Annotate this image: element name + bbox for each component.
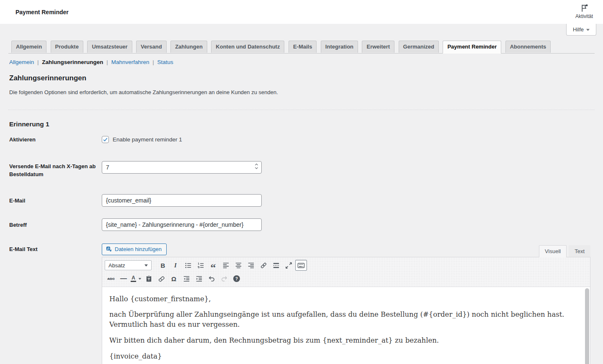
undo-button[interactable] xyxy=(206,273,217,284)
form-row-email: E-Mail {customer_email} xyxy=(8,194,595,207)
indent-button[interactable] xyxy=(193,273,205,284)
blockquote-button[interactable]: “ xyxy=(207,260,219,271)
subnav-allgemein[interactable]: Allgemein xyxy=(9,59,34,65)
tab-umsatzsteuer[interactable]: Umsatzsteuer xyxy=(87,41,132,53)
subnav-separator: | xyxy=(152,59,154,65)
omega-icon: Ω xyxy=(171,275,176,282)
editor-help-button[interactable]: ? xyxy=(231,273,242,284)
add-media-button[interactable]: Dateien hinzufügen xyxy=(102,244,167,255)
bulleted-list-button[interactable] xyxy=(182,260,194,271)
editor-tab-text[interactable]: Text xyxy=(569,245,590,257)
bold-icon: B xyxy=(161,262,165,269)
media-icon xyxy=(106,246,112,252)
read-more-icon xyxy=(272,261,280,269)
enable-reminder-checkbox-label[interactable]: Enable payment reminder 1 xyxy=(113,136,182,143)
align-center-icon xyxy=(234,261,242,269)
help-button-label: Hilfe xyxy=(573,26,584,33)
align-right-icon xyxy=(247,261,255,269)
link-button[interactable] xyxy=(258,260,269,271)
toolbar-toggle-button[interactable] xyxy=(295,260,307,271)
paste-as-text-button[interactable] xyxy=(143,273,155,284)
keyboard-icon xyxy=(297,261,305,269)
horizontal-rule-icon: — xyxy=(120,275,127,282)
subnav-zahlungserinnerungen[interactable]: Zahlungserinnerungen xyxy=(42,59,103,65)
text-color-button[interactable]: A xyxy=(130,273,142,284)
link-icon xyxy=(260,261,268,269)
horizontal-rule-button[interactable]: — xyxy=(118,273,129,284)
activity-label: Aktivität xyxy=(571,13,598,19)
format-select-value: Absatz xyxy=(108,262,125,269)
text-color-icon: A xyxy=(131,275,136,282)
days-label: Versende E-Mail nach X-Tagen ab Bestelld… xyxy=(8,163,102,179)
align-left-button[interactable] xyxy=(220,260,232,271)
numbered-list-icon xyxy=(197,261,205,269)
tab-integration[interactable]: Integration xyxy=(321,41,358,53)
page-description: Die folgenden Optionen sind erforderlich… xyxy=(9,89,595,95)
tab-abonnements[interactable]: Abonnements xyxy=(505,41,551,53)
checkmark-icon xyxy=(103,137,108,142)
tab-germanized[interactable]: Germanized xyxy=(399,41,439,53)
strikethrough-button[interactable]: ABC xyxy=(105,273,117,284)
email-body-paragraph: nach Überprüfung aller Zahlungseingänge … xyxy=(109,310,577,330)
editor-content-area[interactable]: Hallo {customer_firstname}, nach Überprü… xyxy=(102,287,590,364)
email-label: E-Mail xyxy=(8,197,102,205)
sub-navigation: Allgemein | Zahlungserinnerungen | Mahnv… xyxy=(9,59,595,65)
top-header-bar: Payment Reminder Aktivität xyxy=(0,0,603,24)
tab-erweitert[interactable]: Erweitert xyxy=(362,41,394,53)
subnav-separator: | xyxy=(37,59,39,65)
tab-zahlungen[interactable]: Zahlungen xyxy=(170,41,207,53)
numbered-list-button[interactable] xyxy=(195,260,206,271)
subject-input-value: {site_name} - Zahlungserinnerung - #{ord… xyxy=(106,221,243,228)
fullscreen-button[interactable] xyxy=(283,260,294,271)
scrollbar-thumb[interactable] xyxy=(585,288,589,364)
chevron-down-icon xyxy=(144,264,148,267)
email-body-paragraph: Hallo {customer_firstname}, xyxy=(109,294,577,304)
tab-produkte[interactable]: Produkte xyxy=(51,41,83,53)
tab-versand[interactable]: Versand xyxy=(136,41,167,53)
email-input[interactable]: {customer_email} xyxy=(102,194,262,207)
help-icon: ? xyxy=(233,275,240,282)
blockquote-icon: “ xyxy=(211,266,216,270)
email-input-value: {customer_email} xyxy=(106,197,151,204)
form-row-email-body: E-Mail Text Dateien hinzufügen Visuell xyxy=(8,244,595,364)
chevron-down-icon xyxy=(139,278,141,279)
section-title: Erinnerung 1 xyxy=(9,120,595,128)
subject-label: Betreff xyxy=(8,221,102,229)
number-stepper[interactable] xyxy=(255,163,258,169)
tab-payment-reminder[interactable]: Payment Reminder xyxy=(443,41,501,54)
help-button[interactable]: Hilfe xyxy=(566,24,596,36)
email-body-paragraph: {invoice_data} xyxy=(109,351,577,361)
redo-icon xyxy=(220,275,228,283)
clear-formatting-button[interactable] xyxy=(155,273,167,284)
tab-emails[interactable]: E-Mails xyxy=(289,41,317,53)
subnav-mahnverfahren[interactable]: Mahnverfahren xyxy=(111,59,149,65)
editor-scrollbar[interactable] xyxy=(585,288,589,364)
enable-reminder-checkbox[interactable] xyxy=(102,136,109,143)
wysiwyg-editor: Absatz B I xyxy=(102,257,590,364)
days-number-input[interactable]: 7 xyxy=(102,161,262,174)
tab-konten-und-datenschutz[interactable]: Konten und Datenschutz xyxy=(211,41,284,53)
bold-button[interactable]: B xyxy=(157,260,169,271)
italic-button[interactable]: I xyxy=(170,260,181,271)
activity-button[interactable]: Aktivität xyxy=(571,4,598,19)
read-more-button[interactable] xyxy=(270,260,282,271)
section-divider xyxy=(8,110,595,110)
redo-button[interactable] xyxy=(218,273,230,284)
page-header-title: Payment Reminder xyxy=(15,9,69,15)
activity-flag-icon xyxy=(571,4,598,13)
align-left-icon xyxy=(222,261,230,269)
editor-tab-visual[interactable]: Visuell xyxy=(539,245,567,257)
undo-icon xyxy=(208,275,216,283)
email-body-label: E-Mail Text xyxy=(8,246,102,254)
form-row-days: Versende E-Mail nach X-Tagen ab Bestelld… xyxy=(8,161,595,179)
align-center-button[interactable] xyxy=(232,260,244,271)
align-right-button[interactable] xyxy=(245,260,257,271)
paragraph-format-select[interactable]: Absatz xyxy=(105,260,152,270)
subnav-separator: | xyxy=(106,59,108,65)
special-character-button[interactable]: Ω xyxy=(168,273,180,284)
tab-allgemein[interactable]: Allgemein xyxy=(11,41,46,53)
subnav-status[interactable]: Status xyxy=(157,59,173,65)
strikethrough-icon: ABC xyxy=(107,277,114,281)
subject-input[interactable]: {site_name} - Zahlungserinnerung - #{ord… xyxy=(102,218,262,231)
outdent-button[interactable] xyxy=(180,273,192,284)
